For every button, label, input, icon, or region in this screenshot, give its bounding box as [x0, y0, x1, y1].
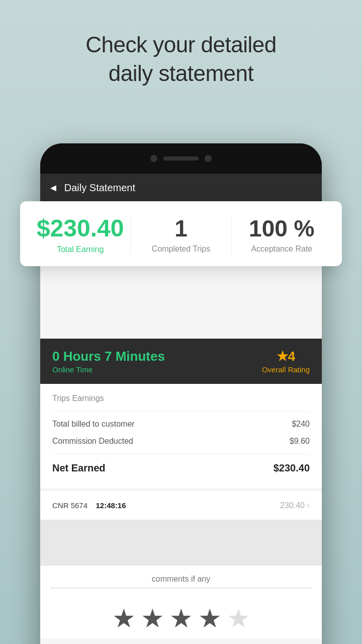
phone-camera — [150, 155, 157, 162]
stars-row: ★ ★ ★ ★ ★ — [40, 595, 322, 638]
total-earning-value: $230.40 — [30, 215, 130, 242]
back-button[interactable]: ◄ — [48, 182, 58, 194]
trip-row[interactable]: CNR 5674 12:48:16 230.40 › — [40, 488, 322, 520]
comments-underline — [50, 588, 312, 588]
trip-amount-value: 230.40 — [280, 501, 305, 510]
star-5[interactable]: ★ — [227, 603, 250, 633]
hero-section: Check your detailed daily statement — [0, 30, 362, 88]
stats-card: $230.40 Total Earning 1 Completed Trips … — [20, 201, 342, 266]
online-time-label: Online Time — [52, 365, 165, 374]
completed-trips-value: 1 — [131, 216, 231, 242]
net-earned-value: $230.40 — [274, 462, 310, 474]
earnings-label-2: Commission Deducted — [52, 437, 133, 446]
rating-section: ★4 Overall Rating — [262, 349, 310, 374]
completed-trips-label: Completed Trips — [131, 245, 231, 254]
star-4[interactable]: ★ — [198, 603, 222, 633]
earnings-value-1: $240 — [292, 420, 310, 429]
net-earned-label: Net Earned — [52, 462, 106, 474]
earnings-label-1: Total billed to customer — [52, 420, 135, 429]
earnings-section: Trips Earnings Total billed to customer … — [40, 384, 322, 488]
trip-amount-section: 230.40 › — [280, 500, 310, 511]
overall-rating-label: Overall Rating — [262, 365, 310, 374]
app-header: ◄ Daily Statement — [40, 174, 322, 202]
star-1[interactable]: ★ — [112, 603, 136, 633]
phone-top-bar — [40, 143, 322, 174]
comments-input[interactable] — [50, 575, 312, 584]
stat-total-earning: $230.40 Total Earning — [30, 215, 131, 254]
hero-line1: Check your detailed — [0, 30, 362, 59]
trip-id: CNR 5674 — [52, 501, 87, 510]
dark-section: 0 Hours 7 Minutes Online Time ★4 Overall… — [40, 339, 322, 384]
earnings-value-2: $9.60 — [290, 437, 310, 446]
overall-rating-value: ★4 — [262, 349, 310, 364]
acceptance-rate-value: 100 % — [232, 216, 332, 242]
net-earned-row: Net Earned $230.40 — [52, 454, 310, 478]
hero-line2: daily statement — [0, 59, 362, 88]
total-earning-label: Total Earning — [30, 245, 130, 254]
phone-camera-2 — [205, 155, 212, 162]
earnings-row-2: Commission Deducted $9.60 — [52, 433, 310, 450]
divider-1 — [52, 411, 310, 412]
acceptance-rate-label: Acceptance Rate — [232, 245, 332, 254]
phone-speaker — [163, 156, 199, 160]
stat-acceptance-rate: 100 % Acceptance Rate — [232, 216, 332, 254]
earnings-row-1: Total billed to customer $240 — [52, 416, 310, 433]
header-title: Daily Statement — [64, 182, 135, 194]
trip-time: 12:48:16 — [96, 501, 126, 510]
star-3[interactable]: ★ — [169, 603, 193, 633]
comments-section[interactable] — [40, 565, 322, 595]
gray-area — [40, 520, 322, 565]
star-2[interactable]: ★ — [141, 603, 164, 633]
stat-completed-trips: 1 Completed Trips — [131, 216, 231, 254]
online-time-value: 0 Hours 7 Minutes — [52, 349, 165, 364]
earnings-section-title: Trips Earnings — [52, 394, 310, 403]
online-time-section: 0 Hours 7 Minutes Online Time — [52, 349, 165, 374]
trip-info: CNR 5674 12:48:16 — [52, 501, 126, 510]
chevron-right-icon: › — [307, 500, 310, 511]
